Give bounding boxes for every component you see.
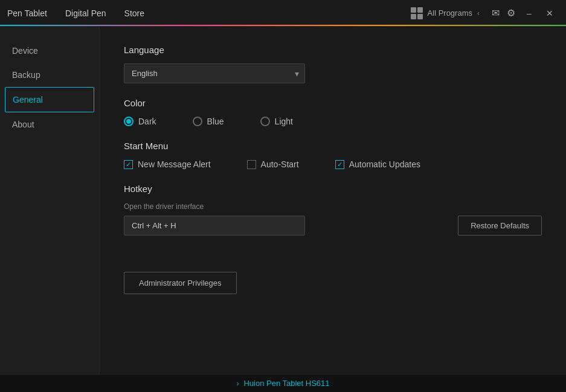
bottom-bar: › Huion Pen Tablet HS611 <box>0 374 566 392</box>
hotkey-section: Hotkey Open the driver interface Restore… <box>124 184 542 236</box>
radio-light[interactable] <box>260 117 270 126</box>
language-section-title: Language <box>124 45 542 55</box>
tab-pen-tablet[interactable]: Pen Tablet <box>7 6 47 21</box>
titlebar: Pen Tablet Digital Pen Store All Program… <box>0 0 566 27</box>
sidebar-item-about[interactable]: About <box>0 112 99 137</box>
mail-icon[interactable]: ✉ <box>489 5 502 21</box>
programs-label[interactable]: All Programs <box>428 8 472 18</box>
language-select-wrapper: English 中文 (简体) 中文 (繁體) 日本語 한국어 <box>124 63 305 83</box>
grid-icon <box>411 7 423 19</box>
color-light-label: Light <box>275 117 293 126</box>
tab-store[interactable]: Store <box>124 6 144 21</box>
color-section-title: Color <box>124 98 542 108</box>
checkbox-auto-start[interactable]: Auto-Start <box>247 159 299 169</box>
checkbox-box-new-message[interactable] <box>124 160 133 169</box>
color-radio-group: Dark Blue Light <box>124 117 542 126</box>
new-message-label: New Message Alert <box>138 159 211 169</box>
sidebar: Device Backup General About <box>0 27 100 374</box>
color-blue-label: Blue <box>207 117 224 126</box>
window-controls: ✉ ⚙ – ✕ <box>489 4 559 22</box>
radio-dark[interactable] <box>124 117 133 126</box>
checkbox-box-auto-start[interactable] <box>247 160 256 169</box>
main-layout: Device Backup General About Language Eng… <box>0 27 566 374</box>
auto-start-label: Auto-Start <box>261 159 299 169</box>
tab-digital-pen[interactable]: Digital Pen <box>65 6 106 21</box>
settings-icon[interactable]: ⚙ <box>504 5 518 21</box>
content-area: Language English 中文 (简体) 中文 (繁體) 日本語 한국어… <box>100 27 566 374</box>
chevron-right-icon: › <box>236 379 239 388</box>
chevron-left-icon: ‹ <box>477 9 480 18</box>
sidebar-item-device[interactable]: Device <box>0 39 99 63</box>
automatic-updates-label: Automatic Updates <box>349 159 420 169</box>
close-button[interactable]: ✕ <box>541 4 559 22</box>
hotkey-input[interactable] <box>124 216 305 236</box>
sidebar-item-general[interactable]: General <box>5 87 94 112</box>
admin-privileges-button[interactable]: Administrator Privileges <box>124 272 237 294</box>
sidebar-item-backup[interactable]: Backup <box>0 63 99 87</box>
checkbox-box-auto-updates[interactable] <box>335 160 344 169</box>
programs-area: All Programs ‹ <box>411 7 480 19</box>
restore-defaults-button[interactable]: Restore Defaults <box>458 216 542 236</box>
language-select[interactable]: English 中文 (简体) 中文 (繁體) 日本語 한국어 <box>124 63 305 83</box>
hotkey-section-title: Hotkey <box>124 184 542 194</box>
hotkey-desc: Open the driver interface <box>124 202 542 211</box>
startmenu-section: Start Menu New Message Alert Auto-Start … <box>124 141 542 169</box>
color-option-light[interactable]: Light <box>260 117 293 126</box>
checkbox-new-message-alert[interactable]: New Message Alert <box>124 159 211 169</box>
checkbox-automatic-updates[interactable]: Automatic Updates <box>335 159 420 169</box>
radio-blue[interactable] <box>193 117 202 126</box>
nav-tabs: Pen Tablet Digital Pen Store <box>7 6 411 21</box>
startmenu-checkbox-group: New Message Alert Auto-Start Automatic U… <box>124 159 542 169</box>
color-dark-label: Dark <box>138 117 156 126</box>
hotkey-row: Restore Defaults <box>124 216 542 236</box>
color-option-dark[interactable]: Dark <box>124 117 156 126</box>
color-option-blue[interactable]: Blue <box>193 117 224 126</box>
color-section: Color Dark Blue Light <box>124 98 542 126</box>
minimize-button[interactable]: – <box>520 4 538 22</box>
startmenu-section-title: Start Menu <box>124 141 542 151</box>
device-label[interactable]: Huion Pen Tablet HS611 <box>243 379 329 388</box>
